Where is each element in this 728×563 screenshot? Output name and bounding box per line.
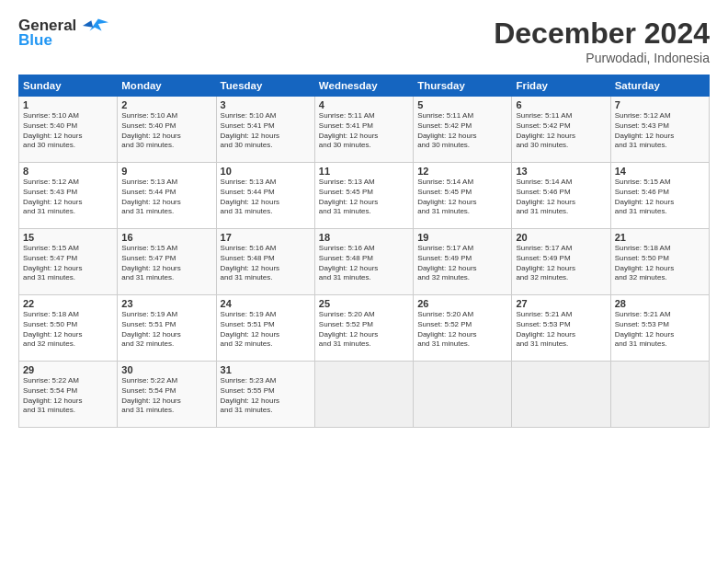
day-number: 21 (615, 232, 705, 243)
day-info: Sunrise: 5:12 AM Sunset: 5:43 PM Dayligh… (615, 111, 705, 151)
table-row: 18Sunrise: 5:16 AM Sunset: 5:48 PM Dayli… (314, 229, 413, 295)
day-number: 19 (417, 232, 507, 243)
day-number: 28 (615, 298, 705, 309)
day-number: 8 (23, 166, 113, 177)
day-info: Sunrise: 5:12 AM Sunset: 5:43 PM Dayligh… (23, 178, 113, 217)
day-number: 25 (319, 298, 409, 309)
day-info: Sunrise: 5:15 AM Sunset: 5:47 PM Dayligh… (23, 244, 113, 283)
day-number: 22 (23, 298, 113, 309)
day-info: Sunrise: 5:14 AM Sunset: 5:45 PM Dayligh… (417, 178, 507, 217)
day-info: Sunrise: 5:16 AM Sunset: 5:48 PM Dayligh… (319, 244, 409, 283)
table-row: 25Sunrise: 5:20 AM Sunset: 5:52 PM Dayli… (314, 295, 413, 362)
day-number: 17 (221, 232, 311, 243)
table-row: 2Sunrise: 5:10 AM Sunset: 5:40 PM Daylig… (118, 97, 216, 163)
table-row: 27Sunrise: 5:21 AM Sunset: 5:53 PM Dayli… (512, 295, 610, 362)
day-info: Sunrise: 5:14 AM Sunset: 5:46 PM Dayligh… (516, 178, 606, 217)
day-number: 1 (23, 99, 113, 110)
week-row-2: 8Sunrise: 5:12 AM Sunset: 5:43 PM Daylig… (19, 163, 710, 229)
day-number: 18 (319, 232, 409, 243)
table-row: 30Sunrise: 5:22 AM Sunset: 5:54 PM Dayli… (118, 362, 216, 428)
table-row (512, 362, 610, 428)
table-row: 11Sunrise: 5:13 AM Sunset: 5:45 PM Dayli… (314, 163, 413, 229)
logo: General Blue (18, 17, 108, 50)
logo-bird-icon (83, 15, 108, 35)
title-block: December 2024 Purwodadi, Indonesia (494, 17, 710, 65)
calendar-table: Sunday Monday Tuesday Wednesday Thursday… (18, 75, 710, 428)
day-info: Sunrise: 5:17 AM Sunset: 5:49 PM Dayligh… (417, 244, 507, 283)
svg-marker-0 (90, 18, 109, 30)
col-sunday: Sunday (19, 75, 118, 97)
table-row: 20Sunrise: 5:17 AM Sunset: 5:49 PM Dayli… (512, 229, 610, 295)
day-number: 31 (221, 364, 311, 375)
day-info: Sunrise: 5:21 AM Sunset: 5:53 PM Dayligh… (615, 310, 705, 350)
day-number: 6 (516, 99, 606, 110)
day-info: Sunrise: 5:20 AM Sunset: 5:52 PM Dayligh… (417, 310, 507, 350)
day-info: Sunrise: 5:13 AM Sunset: 5:44 PM Dayligh… (221, 178, 311, 217)
table-row: 15Sunrise: 5:15 AM Sunset: 5:47 PM Dayli… (19, 229, 118, 295)
day-info: Sunrise: 5:10 AM Sunset: 5:40 PM Dayligh… (121, 111, 211, 151)
table-row: 12Sunrise: 5:14 AM Sunset: 5:45 PM Dayli… (414, 163, 512, 229)
week-row-1: 1Sunrise: 5:10 AM Sunset: 5:40 PM Daylig… (19, 97, 710, 163)
day-info: Sunrise: 5:18 AM Sunset: 5:50 PM Dayligh… (23, 310, 113, 350)
day-number: 16 (121, 232, 211, 243)
day-info: Sunrise: 5:13 AM Sunset: 5:44 PM Dayligh… (121, 178, 211, 217)
table-row: 21Sunrise: 5:18 AM Sunset: 5:50 PM Dayli… (610, 229, 709, 295)
day-number: 9 (121, 166, 211, 177)
table-row: 17Sunrise: 5:16 AM Sunset: 5:48 PM Dayli… (216, 229, 314, 295)
day-number: 20 (516, 232, 606, 243)
day-info: Sunrise: 5:10 AM Sunset: 5:40 PM Dayligh… (23, 111, 113, 151)
day-number: 14 (615, 166, 705, 177)
table-row: 22Sunrise: 5:18 AM Sunset: 5:50 PM Dayli… (19, 295, 118, 362)
col-thursday: Thursday (414, 75, 512, 97)
day-info: Sunrise: 5:16 AM Sunset: 5:48 PM Dayligh… (221, 244, 311, 283)
table-row: 16Sunrise: 5:15 AM Sunset: 5:47 PM Dayli… (118, 229, 216, 295)
day-info: Sunrise: 5:15 AM Sunset: 5:47 PM Dayligh… (121, 244, 211, 283)
table-row: 13Sunrise: 5:14 AM Sunset: 5:46 PM Dayli… (512, 163, 610, 229)
day-info: Sunrise: 5:11 AM Sunset: 5:41 PM Dayligh… (319, 111, 409, 151)
header: General Blue December 2024 Purwodadi, In… (18, 17, 710, 65)
day-info: Sunrise: 5:17 AM Sunset: 5:49 PM Dayligh… (516, 244, 606, 283)
week-row-4: 22Sunrise: 5:18 AM Sunset: 5:50 PM Dayli… (19, 295, 710, 362)
day-info: Sunrise: 5:22 AM Sunset: 5:54 PM Dayligh… (121, 376, 211, 416)
table-row: 5Sunrise: 5:11 AM Sunset: 5:42 PM Daylig… (414, 97, 512, 163)
day-info: Sunrise: 5:10 AM Sunset: 5:41 PM Dayligh… (221, 111, 311, 151)
table-row: 26Sunrise: 5:20 AM Sunset: 5:52 PM Dayli… (414, 295, 512, 362)
table-row: 10Sunrise: 5:13 AM Sunset: 5:44 PM Dayli… (216, 163, 314, 229)
table-row: 3Sunrise: 5:10 AM Sunset: 5:41 PM Daylig… (216, 97, 314, 163)
table-row: 14Sunrise: 5:15 AM Sunset: 5:46 PM Dayli… (610, 163, 709, 229)
table-row: 7Sunrise: 5:12 AM Sunset: 5:43 PM Daylig… (610, 97, 709, 163)
day-info: Sunrise: 5:18 AM Sunset: 5:50 PM Dayligh… (615, 244, 705, 283)
table-row: 31Sunrise: 5:23 AM Sunset: 5:55 PM Dayli… (216, 362, 314, 428)
day-number: 3 (221, 99, 311, 110)
day-number: 10 (221, 166, 311, 177)
day-number: 13 (516, 166, 606, 177)
day-info: Sunrise: 5:11 AM Sunset: 5:42 PM Dayligh… (417, 111, 507, 151)
col-friday: Friday (512, 75, 610, 97)
day-number: 23 (121, 298, 211, 309)
col-wednesday: Wednesday (314, 75, 413, 97)
day-number: 26 (417, 298, 507, 309)
table-row: 24Sunrise: 5:19 AM Sunset: 5:51 PM Dayli… (216, 295, 314, 362)
col-tuesday: Tuesday (216, 75, 314, 97)
calendar-page: General Blue December 2024 Purwodadi, In… (0, 0, 728, 563)
day-number: 12 (417, 166, 507, 177)
day-number: 5 (417, 99, 507, 110)
day-number: 24 (221, 298, 311, 309)
day-number: 2 (121, 99, 211, 110)
day-number: 29 (23, 364, 113, 375)
day-number: 4 (319, 99, 409, 110)
week-row-3: 15Sunrise: 5:15 AM Sunset: 5:47 PM Dayli… (19, 229, 710, 295)
day-info: Sunrise: 5:13 AM Sunset: 5:45 PM Dayligh… (319, 178, 409, 217)
table-row: 9Sunrise: 5:13 AM Sunset: 5:44 PM Daylig… (118, 163, 216, 229)
day-number: 30 (121, 364, 211, 375)
day-info: Sunrise: 5:15 AM Sunset: 5:46 PM Dayligh… (615, 178, 705, 217)
day-number: 11 (319, 166, 409, 177)
week-row-5: 29Sunrise: 5:22 AM Sunset: 5:54 PM Dayli… (19, 362, 710, 428)
day-info: Sunrise: 5:19 AM Sunset: 5:51 PM Dayligh… (221, 310, 311, 350)
table-row: 6Sunrise: 5:11 AM Sunset: 5:42 PM Daylig… (512, 97, 610, 163)
col-saturday: Saturday (610, 75, 709, 97)
day-info: Sunrise: 5:22 AM Sunset: 5:54 PM Dayligh… (23, 376, 113, 416)
day-info: Sunrise: 5:11 AM Sunset: 5:42 PM Dayligh… (516, 111, 606, 151)
calendar-subtitle: Purwodadi, Indonesia (494, 51, 710, 65)
table-row: 1Sunrise: 5:10 AM Sunset: 5:40 PM Daylig… (19, 97, 118, 163)
